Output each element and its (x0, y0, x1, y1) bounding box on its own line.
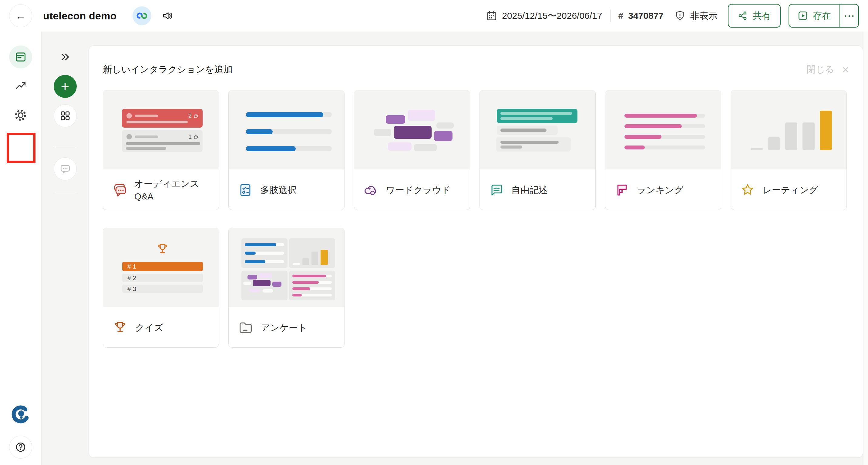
settings-gear-icon (14, 108, 28, 122)
trophy-icon (113, 321, 127, 335)
help-button[interactable] (9, 436, 32, 459)
event-code: # 3470877 (618, 11, 663, 21)
qa-bubbles-icon (113, 183, 126, 197)
add-interaction-panel: 新しいインタラクションを追加 閉じる × 2 (89, 45, 863, 458)
rating-preview-image (731, 90, 846, 169)
interaction-card-open-text[interactable]: 自由記述 (479, 90, 596, 210)
interaction-card-rating[interactable]: レーティング (731, 90, 847, 210)
event-code-text: 3470877 (628, 11, 663, 21)
folder-icon (238, 321, 253, 335)
visibility-label: 非表示 (690, 10, 718, 22)
qa-like-count: 2 (188, 112, 192, 120)
rail-divider (54, 192, 76, 192)
quiz-preview-image: # 1 # 2 # 3 (103, 228, 219, 307)
share-button[interactable]: 共有 (728, 4, 781, 28)
scrollbar-track[interactable] (863, 32, 868, 465)
interaction-card-audience-qa[interactable]: 2 1 (103, 90, 219, 210)
visibility-status[interactable]: 非表示 (675, 10, 718, 22)
qa-like-count: 1 (188, 133, 192, 140)
close-panel-button[interactable]: 閉じる × (806, 63, 849, 76)
card-label: クイズ (135, 321, 163, 334)
interaction-card-ranking[interactable]: ランキング (605, 90, 721, 210)
double-chevron-right-icon (59, 51, 71, 63)
card-label: アンケート (261, 321, 307, 334)
ranking-steps-icon (615, 183, 629, 197)
more-options-button[interactable]: ⋯ (839, 5, 858, 27)
card-label: 多肢選択 (260, 184, 297, 196)
word-cloud-preview-image (354, 90, 470, 169)
card-label: オーディエンス Q&A (134, 177, 215, 203)
ellipsis-icon: ⋯ (844, 9, 855, 22)
grid-icon (59, 110, 71, 122)
share-icon (738, 11, 748, 21)
interaction-card-word-cloud[interactable]: ワードクラウド (354, 90, 470, 210)
rail-divider (54, 147, 76, 147)
thumbs-up-icon (194, 114, 198, 118)
webex-logo-icon (136, 10, 147, 21)
card-label: 自由記述 (512, 184, 548, 196)
card-label: ランキング (637, 184, 684, 196)
interaction-card-multiple-choice[interactable]: 多肢選択 (228, 90, 344, 210)
interaction-card-quiz[interactable]: # 1 # 2 # 3 クイズ (103, 228, 219, 348)
thumbs-up-icon (194, 135, 198, 139)
panel-title: 新しいインタラクションを追加 (103, 63, 232, 76)
slido-logo[interactable] (9, 403, 32, 426)
webex-badge[interactable] (132, 6, 151, 25)
multiple-choice-preview-image (229, 90, 344, 169)
open-text-preview-image (480, 90, 595, 169)
survey-preview-image (229, 228, 344, 307)
back-arrow-icon: ← (16, 10, 26, 22)
interactions-rail: + (41, 32, 89, 465)
ranking-preview-image (606, 90, 721, 169)
chat-bubble-icon (59, 163, 71, 175)
trophy-icon-small (156, 242, 169, 256)
help-question-icon (14, 441, 27, 453)
present-split-button: 存在 ⋯ (788, 4, 859, 28)
left-sidebar (0, 32, 41, 465)
event-dates: 2025/12/15〜2026/06/17 (486, 10, 602, 22)
add-interaction-button[interactable]: + (54, 75, 77, 98)
date-range-text: 2025/12/15〜2026/06/17 (502, 10, 602, 22)
megaphone-icon (162, 10, 174, 22)
close-label: 閉じる (806, 63, 834, 76)
star-icon (741, 183, 754, 197)
qa-preview-image: 2 1 (103, 90, 219, 169)
calendar-icon (486, 10, 497, 21)
card-label: ワードクラウド (386, 184, 451, 196)
sidebar-item-settings[interactable] (9, 104, 32, 127)
header-divider (610, 9, 611, 22)
cloud-icon (364, 183, 378, 197)
share-label: 共有 (753, 10, 771, 22)
present-label: 存在 (813, 10, 831, 22)
app-header: ← utelecon demo 2025/12/15〜2026/06/17 (0, 0, 868, 32)
annotation-rectangle (7, 133, 35, 163)
quiz-rank-label: # 3 (127, 285, 136, 293)
announce-button[interactable] (162, 10, 174, 22)
poll-list-icon (14, 51, 27, 63)
card-label: レーティング (763, 184, 818, 196)
quiz-rank-label: # 1 (127, 263, 136, 270)
present-play-icon (798, 11, 808, 21)
present-button[interactable]: 存在 (789, 5, 839, 27)
quiz-rank-label: # 2 (127, 274, 136, 281)
sidebar-item-polls[interactable] (9, 45, 32, 68)
plus-icon: + (61, 78, 69, 95)
slido-bulb-logo-icon (10, 404, 31, 425)
page-title: utelecon demo (43, 10, 117, 22)
interactions-grid-button[interactable] (54, 104, 77, 127)
interaction-card-survey[interactable]: アンケート (228, 228, 344, 348)
text-bubble-icon (490, 183, 503, 197)
hash-icon: # (618, 11, 624, 21)
back-button[interactable]: ← (9, 4, 32, 27)
shield-alert-icon (675, 10, 685, 21)
sidebar-item-analytics[interactable] (9, 74, 32, 97)
checklist-icon (238, 183, 252, 197)
collapse-rail-button[interactable] (54, 45, 77, 68)
trending-up-icon (14, 79, 27, 92)
close-x-icon: × (842, 64, 849, 75)
qa-chat-button[interactable] (54, 157, 77, 180)
